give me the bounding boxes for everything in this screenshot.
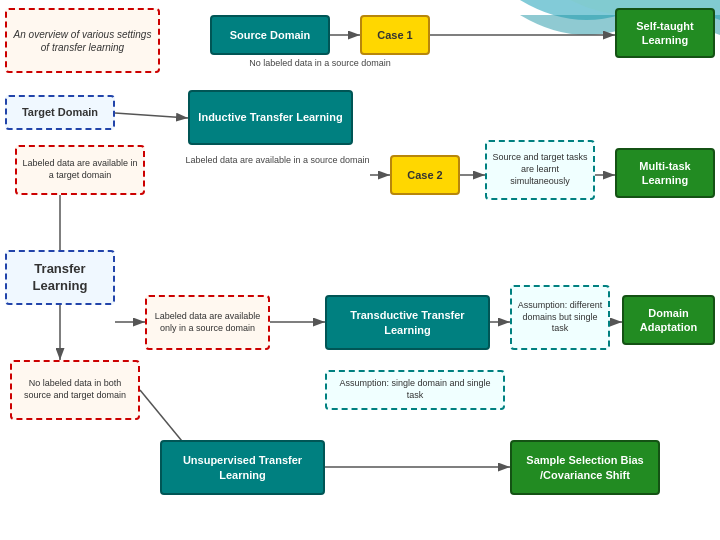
- title-box: An overview of various settings of trans…: [5, 8, 160, 73]
- inductive-tl-box: Inductive Transfer Learning: [188, 90, 353, 145]
- label-target-box: Labeled data are available in a target d…: [15, 145, 145, 195]
- label-source-only-box: Labeled data are available only in a sou…: [145, 295, 270, 350]
- assumption-diff-domains-box: Assumption: different domains but single…: [510, 285, 610, 350]
- self-taught-box: Self-taught Learning: [615, 8, 715, 58]
- unsupervised-tl-box: Unsupervised Transfer Learning: [160, 440, 325, 495]
- source-domain-box: Source Domain: [210, 15, 330, 55]
- no-label-both-box: No labeled data in both source and targe…: [10, 360, 140, 420]
- source-target-simultaneous-box: Source and target tasks are learnt simul…: [485, 140, 595, 200]
- case1-box: Case 1: [360, 15, 430, 55]
- target-domain-box: Target Domain: [5, 95, 115, 130]
- transductive-tl-box: Transductive Transfer Learning: [325, 295, 490, 350]
- assumption-single-box: Assumption: single domain and single tas…: [325, 370, 505, 410]
- domain-adaptation-box: Domain Adaptation: [622, 295, 715, 345]
- multi-task-box: Multi-task Learning: [615, 148, 715, 198]
- sample-selection-box: Sample Selection Bias /Covariance Shift: [510, 440, 660, 495]
- no-label-source-label: No labeled data in a source domain: [210, 58, 430, 70]
- title-text: An overview of various settings of trans…: [11, 28, 154, 54]
- transfer-learning-box: Transfer Learning: [5, 250, 115, 305]
- case2-box: Case 2: [390, 155, 460, 195]
- label-source-inductive-label: Labeled data are available in a source d…: [185, 155, 370, 167]
- svg-line-4: [115, 113, 188, 118]
